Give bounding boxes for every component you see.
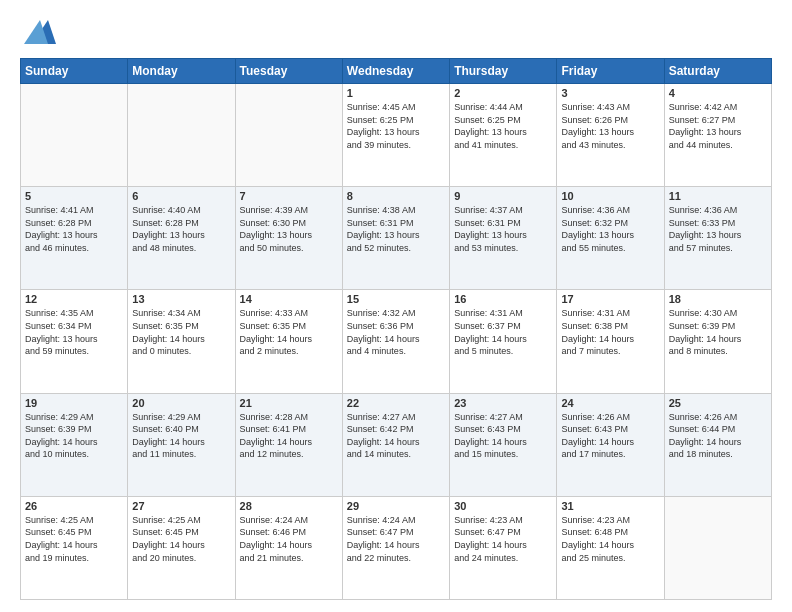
day-number: 28: [240, 500, 338, 512]
day-number: 26: [25, 500, 123, 512]
calendar-week-row: 1Sunrise: 4:45 AM Sunset: 6:25 PM Daylig…: [21, 84, 772, 187]
calendar-header-tuesday: Tuesday: [235, 59, 342, 84]
calendar-cell: [21, 84, 128, 187]
calendar-cell: 13Sunrise: 4:34 AM Sunset: 6:35 PM Dayli…: [128, 290, 235, 393]
calendar-cell: 15Sunrise: 4:32 AM Sunset: 6:36 PM Dayli…: [342, 290, 449, 393]
day-info: Sunrise: 4:31 AM Sunset: 6:37 PM Dayligh…: [454, 307, 552, 357]
day-info: Sunrise: 4:36 AM Sunset: 6:32 PM Dayligh…: [561, 204, 659, 254]
calendar-week-row: 26Sunrise: 4:25 AM Sunset: 6:45 PM Dayli…: [21, 496, 772, 599]
calendar-header-monday: Monday: [128, 59, 235, 84]
calendar-cell: 28Sunrise: 4:24 AM Sunset: 6:46 PM Dayli…: [235, 496, 342, 599]
calendar-cell: 25Sunrise: 4:26 AM Sunset: 6:44 PM Dayli…: [664, 393, 771, 496]
day-number: 22: [347, 397, 445, 409]
day-number: 30: [454, 500, 552, 512]
day-number: 31: [561, 500, 659, 512]
day-number: 10: [561, 190, 659, 202]
calendar-cell: 30Sunrise: 4:23 AM Sunset: 6:47 PM Dayli…: [450, 496, 557, 599]
day-number: 7: [240, 190, 338, 202]
calendar-cell: 11Sunrise: 4:36 AM Sunset: 6:33 PM Dayli…: [664, 187, 771, 290]
calendar-cell: 18Sunrise: 4:30 AM Sunset: 6:39 PM Dayli…: [664, 290, 771, 393]
page: SundayMondayTuesdayWednesdayThursdayFrid…: [0, 0, 792, 612]
day-info: Sunrise: 4:29 AM Sunset: 6:40 PM Dayligh…: [132, 411, 230, 461]
day-info: Sunrise: 4:42 AM Sunset: 6:27 PM Dayligh…: [669, 101, 767, 151]
calendar-cell: 22Sunrise: 4:27 AM Sunset: 6:42 PM Dayli…: [342, 393, 449, 496]
day-number: 21: [240, 397, 338, 409]
calendar-week-row: 12Sunrise: 4:35 AM Sunset: 6:34 PM Dayli…: [21, 290, 772, 393]
day-number: 20: [132, 397, 230, 409]
day-number: 13: [132, 293, 230, 305]
day-number: 9: [454, 190, 552, 202]
calendar-cell: 16Sunrise: 4:31 AM Sunset: 6:37 PM Dayli…: [450, 290, 557, 393]
day-info: Sunrise: 4:23 AM Sunset: 6:47 PM Dayligh…: [454, 514, 552, 564]
calendar-table: SundayMondayTuesdayWednesdayThursdayFrid…: [20, 58, 772, 600]
day-number: 25: [669, 397, 767, 409]
day-number: 11: [669, 190, 767, 202]
calendar-cell: 4Sunrise: 4:42 AM Sunset: 6:27 PM Daylig…: [664, 84, 771, 187]
day-number: 12: [25, 293, 123, 305]
calendar-header-sunday: Sunday: [21, 59, 128, 84]
day-info: Sunrise: 4:43 AM Sunset: 6:26 PM Dayligh…: [561, 101, 659, 151]
day-info: Sunrise: 4:28 AM Sunset: 6:41 PM Dayligh…: [240, 411, 338, 461]
day-info: Sunrise: 4:30 AM Sunset: 6:39 PM Dayligh…: [669, 307, 767, 357]
calendar-cell: [235, 84, 342, 187]
day-info: Sunrise: 4:39 AM Sunset: 6:30 PM Dayligh…: [240, 204, 338, 254]
day-number: 29: [347, 500, 445, 512]
calendar-cell: 21Sunrise: 4:28 AM Sunset: 6:41 PM Dayli…: [235, 393, 342, 496]
calendar-cell: 20Sunrise: 4:29 AM Sunset: 6:40 PM Dayli…: [128, 393, 235, 496]
day-info: Sunrise: 4:34 AM Sunset: 6:35 PM Dayligh…: [132, 307, 230, 357]
day-number: 27: [132, 500, 230, 512]
calendar-cell: 9Sunrise: 4:37 AM Sunset: 6:31 PM Daylig…: [450, 187, 557, 290]
calendar-cell: 31Sunrise: 4:23 AM Sunset: 6:48 PM Dayli…: [557, 496, 664, 599]
calendar-cell: 12Sunrise: 4:35 AM Sunset: 6:34 PM Dayli…: [21, 290, 128, 393]
calendar-header-friday: Friday: [557, 59, 664, 84]
calendar-cell: 3Sunrise: 4:43 AM Sunset: 6:26 PM Daylig…: [557, 84, 664, 187]
day-info: Sunrise: 4:35 AM Sunset: 6:34 PM Dayligh…: [25, 307, 123, 357]
day-info: Sunrise: 4:24 AM Sunset: 6:46 PM Dayligh…: [240, 514, 338, 564]
day-number: 17: [561, 293, 659, 305]
calendar-cell: 24Sunrise: 4:26 AM Sunset: 6:43 PM Dayli…: [557, 393, 664, 496]
day-number: 19: [25, 397, 123, 409]
calendar-cell: 19Sunrise: 4:29 AM Sunset: 6:39 PM Dayli…: [21, 393, 128, 496]
day-number: 1: [347, 87, 445, 99]
day-info: Sunrise: 4:38 AM Sunset: 6:31 PM Dayligh…: [347, 204, 445, 254]
day-info: Sunrise: 4:29 AM Sunset: 6:39 PM Dayligh…: [25, 411, 123, 461]
calendar-header-row: SundayMondayTuesdayWednesdayThursdayFrid…: [21, 59, 772, 84]
day-number: 8: [347, 190, 445, 202]
day-number: 3: [561, 87, 659, 99]
day-info: Sunrise: 4:40 AM Sunset: 6:28 PM Dayligh…: [132, 204, 230, 254]
day-info: Sunrise: 4:32 AM Sunset: 6:36 PM Dayligh…: [347, 307, 445, 357]
day-info: Sunrise: 4:37 AM Sunset: 6:31 PM Dayligh…: [454, 204, 552, 254]
day-number: 2: [454, 87, 552, 99]
day-number: 15: [347, 293, 445, 305]
day-number: 16: [454, 293, 552, 305]
calendar-cell: 6Sunrise: 4:40 AM Sunset: 6:28 PM Daylig…: [128, 187, 235, 290]
calendar-cell: 10Sunrise: 4:36 AM Sunset: 6:32 PM Dayli…: [557, 187, 664, 290]
day-info: Sunrise: 4:44 AM Sunset: 6:25 PM Dayligh…: [454, 101, 552, 151]
calendar-week-row: 5Sunrise: 4:41 AM Sunset: 6:28 PM Daylig…: [21, 187, 772, 290]
day-info: Sunrise: 4:45 AM Sunset: 6:25 PM Dayligh…: [347, 101, 445, 151]
calendar-cell: 8Sunrise: 4:38 AM Sunset: 6:31 PM Daylig…: [342, 187, 449, 290]
calendar-header-saturday: Saturday: [664, 59, 771, 84]
day-info: Sunrise: 4:27 AM Sunset: 6:43 PM Dayligh…: [454, 411, 552, 461]
calendar-cell: 17Sunrise: 4:31 AM Sunset: 6:38 PM Dayli…: [557, 290, 664, 393]
day-info: Sunrise: 4:26 AM Sunset: 6:44 PM Dayligh…: [669, 411, 767, 461]
day-info: Sunrise: 4:31 AM Sunset: 6:38 PM Dayligh…: [561, 307, 659, 357]
day-info: Sunrise: 4:23 AM Sunset: 6:48 PM Dayligh…: [561, 514, 659, 564]
calendar-cell: 26Sunrise: 4:25 AM Sunset: 6:45 PM Dayli…: [21, 496, 128, 599]
calendar-cell: 23Sunrise: 4:27 AM Sunset: 6:43 PM Dayli…: [450, 393, 557, 496]
calendar-cell: 7Sunrise: 4:39 AM Sunset: 6:30 PM Daylig…: [235, 187, 342, 290]
logo-icon: [24, 16, 56, 48]
calendar-cell: 27Sunrise: 4:25 AM Sunset: 6:45 PM Dayli…: [128, 496, 235, 599]
calendar-cell: [128, 84, 235, 187]
calendar-cell: 14Sunrise: 4:33 AM Sunset: 6:35 PM Dayli…: [235, 290, 342, 393]
day-number: 24: [561, 397, 659, 409]
day-info: Sunrise: 4:41 AM Sunset: 6:28 PM Dayligh…: [25, 204, 123, 254]
day-number: 14: [240, 293, 338, 305]
day-info: Sunrise: 4:25 AM Sunset: 6:45 PM Dayligh…: [25, 514, 123, 564]
day-info: Sunrise: 4:26 AM Sunset: 6:43 PM Dayligh…: [561, 411, 659, 461]
day-number: 18: [669, 293, 767, 305]
header: [20, 16, 772, 48]
day-info: Sunrise: 4:24 AM Sunset: 6:47 PM Dayligh…: [347, 514, 445, 564]
day-number: 23: [454, 397, 552, 409]
day-number: 6: [132, 190, 230, 202]
